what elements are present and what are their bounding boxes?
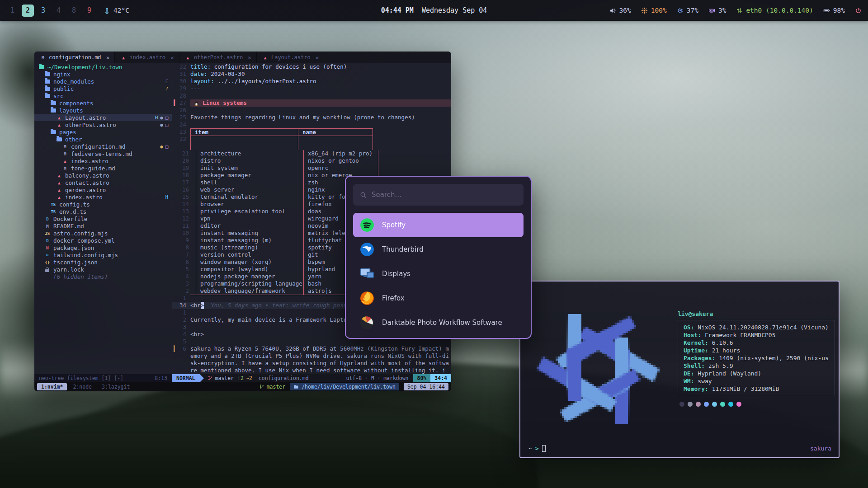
file-glyph: M bbox=[46, 224, 48, 229]
json-icon: {} bbox=[44, 260, 51, 265]
tree-item[interactable]: node_modulesE bbox=[34, 78, 172, 85]
tab-Layout.astro[interactable]: ▲Layout.astro× bbox=[257, 52, 325, 63]
file-glyph: ▲ bbox=[58, 188, 60, 192]
buffer-line bbox=[172, 143, 451, 150]
tree-item[interactable]: yarn.lock bbox=[34, 266, 172, 273]
line-number: 34 bbox=[179, 302, 190, 309]
workspace-1[interactable]: 1 bbox=[6, 5, 19, 17]
search-input[interactable] bbox=[372, 191, 517, 199]
launcher-item-darktable[interactable]: Darktable Photo Workflow Software bbox=[353, 310, 524, 335]
shell-prompt[interactable]: ~ > bbox=[528, 445, 546, 452]
tree-item[interactable]: components bbox=[34, 99, 172, 107]
line-number: 11 bbox=[181, 222, 193, 230]
line-number: 23 bbox=[179, 128, 190, 136]
displays-icon bbox=[359, 266, 375, 282]
battery-icon bbox=[823, 7, 830, 14]
close-icon[interactable]: × bbox=[316, 54, 319, 61]
tree-item[interactable]: ▲otherPost.astro●□ bbox=[34, 121, 172, 128]
tab-otherPost.astro[interactable]: ▲otherPost.astro× bbox=[179, 52, 257, 63]
launcher-item-displays[interactable]: Displays bbox=[353, 262, 524, 286]
workspace-3[interactable]: 3 bbox=[37, 5, 49, 17]
tmux-window-1[interactable]: 1:nvim* bbox=[37, 383, 67, 390]
tree-item[interactable]: other bbox=[34, 136, 172, 143]
sign-column bbox=[172, 309, 179, 316]
module-speaker[interactable]: 36% bbox=[609, 7, 631, 14]
sign-column bbox=[172, 338, 179, 345]
status-marker: □ bbox=[165, 144, 168, 149]
neo-tree-panel[interactable]: ~/Development/liv.townnginxnode_modulesE… bbox=[34, 63, 172, 374]
text-span: date: bbox=[190, 70, 208, 78]
table-cell: programming/scripting language bbox=[196, 280, 303, 287]
file-encoding: utf-8 bbox=[346, 374, 362, 382]
tree-item[interactable]: ≈tailwind.config.mjs bbox=[34, 251, 172, 258]
tmux-window-3[interactable]: 3:lazygit bbox=[98, 383, 134, 390]
tree-item[interactable]: ▲index.astroH bbox=[34, 193, 172, 201]
tree-item-label: env.d.ts bbox=[59, 208, 86, 215]
statusline-divider-2: ‹ bbox=[377, 374, 380, 382]
palette-dot bbox=[736, 402, 741, 407]
file-glyph: TS bbox=[51, 209, 55, 214]
workspace-9[interactable]: 9 bbox=[83, 5, 95, 17]
tree-item[interactable]: ▲balcony.astro bbox=[34, 172, 172, 179]
firefox-icon bbox=[359, 291, 375, 306]
tree-item[interactable]: {}tsconfig.json bbox=[34, 258, 172, 266]
module-network[interactable]: eth0 (10.0.0.140) bbox=[736, 7, 813, 14]
tree-item[interactable]: ▲garden.astro bbox=[34, 186, 172, 193]
workspace-8[interactable]: 8 bbox=[68, 5, 80, 17]
tree-item[interactable]: ▲index.astro bbox=[34, 157, 172, 164]
terminal-host-label: sakura bbox=[810, 445, 831, 452]
module-gear[interactable]: 100% bbox=[641, 7, 667, 14]
branch-name: master bbox=[215, 374, 234, 382]
tree-item[interactable]: Npackage.json bbox=[34, 244, 172, 251]
module-ram[interactable]: 3% bbox=[708, 7, 726, 14]
tree-item[interactable]: JSastro.config.mjs bbox=[34, 230, 172, 237]
sign-column bbox=[172, 114, 179, 121]
module-power[interactable] bbox=[855, 7, 862, 14]
tree-item[interactable]: DDockerfile bbox=[34, 215, 172, 222]
launcher-item-thunderbird[interactable]: Thunderbird bbox=[353, 237, 524, 262]
tree-item[interactable]: ~/Development/liv.town bbox=[34, 63, 172, 70]
launcher-item-firefox[interactable]: Firefox bbox=[353, 286, 524, 310]
tree-item[interactable]: TSconfig.ts bbox=[34, 201, 172, 208]
table-cell: package manager bbox=[196, 172, 303, 179]
tree-item[interactable]: src bbox=[34, 92, 172, 99]
tree-item[interactable]: Mconfiguration.md●□ bbox=[34, 143, 172, 150]
module-battery[interactable]: 98% bbox=[823, 7, 845, 14]
line-content bbox=[190, 121, 451, 128]
temperature-module[interactable]: 42°C bbox=[104, 7, 129, 14]
close-icon[interactable]: × bbox=[248, 54, 251, 61]
buffer-line: 29--- bbox=[172, 85, 451, 92]
tree-item[interactable]: Ddocker-compose.yml bbox=[34, 237, 172, 244]
tree-item[interactable]: Mfediverse-terms.md bbox=[34, 150, 172, 157]
close-icon[interactable]: × bbox=[106, 54, 110, 61]
tree-item[interactable]: TSenv.d.ts bbox=[34, 208, 172, 215]
tree-item[interactable]: MREADME.md bbox=[34, 222, 172, 230]
launcher-search[interactable] bbox=[353, 184, 524, 206]
status-marker: H bbox=[165, 194, 168, 200]
tree-item[interactable]: pages bbox=[34, 128, 172, 136]
heading-1: Linux systems bbox=[190, 99, 451, 107]
tree-item[interactable]: nginx bbox=[34, 70, 172, 78]
tab-configuration.md[interactable]: Mconfiguration.md× bbox=[34, 52, 115, 63]
tab-index.astro[interactable]: ▲index.astro× bbox=[115, 52, 179, 63]
tmux-window-2[interactable]: 2:node bbox=[69, 383, 96, 390]
tree-item[interactable]: ▲contact.astro bbox=[34, 179, 172, 186]
buffer-line: 23itemname bbox=[172, 128, 451, 136]
launcher-item-spotify[interactable]: Spotify bbox=[353, 213, 524, 237]
diff-added: +2 bbox=[237, 374, 244, 382]
table-cell: web server bbox=[196, 186, 303, 193]
markdown-icon: M bbox=[61, 151, 68, 156]
workspace-2[interactable]: 2 bbox=[22, 5, 34, 17]
tree-item[interactable]: layouts bbox=[34, 107, 172, 114]
close-icon[interactable]: × bbox=[170, 54, 174, 61]
tree-item[interactable]: ▲Layout.astroH●□ bbox=[34, 114, 172, 121]
fastfetch-terminal[interactable]: liv@sakura OS: NixOS 24.11.20240828.71e9… bbox=[519, 281, 840, 458]
tree-item[interactable]: Mtone-guide.md bbox=[34, 164, 172, 172]
git-status-markers: H●□ bbox=[155, 115, 168, 120]
workspace-4[interactable]: 4 bbox=[52, 5, 65, 17]
module-chip[interactable]: 37% bbox=[677, 7, 698, 14]
tree-item[interactable]: public? bbox=[34, 85, 172, 92]
buffer-line: 20distronixos or gentoo bbox=[172, 157, 451, 164]
line-number: 6 bbox=[179, 345, 190, 352]
line-number: 16 bbox=[181, 186, 193, 193]
